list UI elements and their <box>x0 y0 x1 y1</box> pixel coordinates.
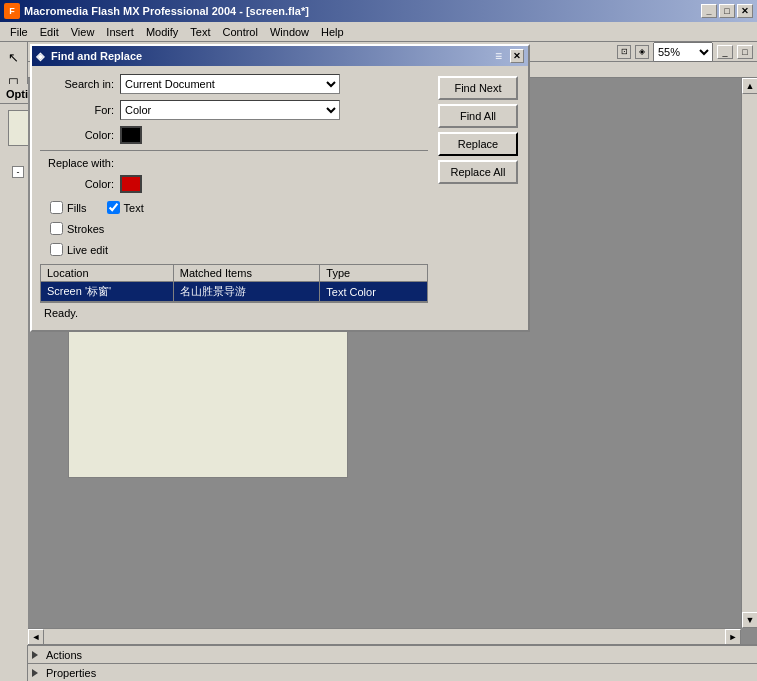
main-window: F Macromedia Flash MX Professional 2004 … <box>0 0 757 681</box>
col-location: Location <box>41 265 174 282</box>
for-row: For: Color <box>40 100 428 120</box>
row1-matched: 名山胜景导游 <box>173 282 320 302</box>
menu-text[interactable]: Text <box>184 24 216 40</box>
dialog-title-icon: ◈ <box>36 50 44 62</box>
dialog-title: ◈ Find and Replace <box>36 50 142 63</box>
replace-with-label-row: Replace with: <box>40 157 428 169</box>
menu-file[interactable]: File <box>4 24 34 40</box>
app-icon: F <box>4 3 20 19</box>
search-in-row: Search in: Current Document <box>40 74 428 94</box>
actions-triangle-icon <box>32 651 38 659</box>
window-title: Macromedia Flash MX Professional 2004 - … <box>24 5 309 17</box>
checkboxes-row-3: Live edit <box>50 243 428 256</box>
find-next-button[interactable]: Find Next <box>438 76 518 100</box>
menu-view[interactable]: View <box>65 24 101 40</box>
checkboxes-row-1: Fills Text <box>50 201 428 214</box>
dialog-buttons: Find Next Find All Replace Replace All <box>438 76 518 184</box>
replace-section: Replace with: Color: <box>40 157 428 193</box>
title-bar-buttons: _ □ ✕ <box>701 4 753 18</box>
bottom-panels: Actions Properties <box>28 644 757 681</box>
replace-color-row: Color: <box>40 175 428 193</box>
replace-button[interactable]: Replace <box>438 132 518 156</box>
liveedit-checkbox-item: Live edit <box>50 243 108 256</box>
title-bar-left: F Macromedia Flash MX Professional 2004 … <box>4 3 309 19</box>
fills-checkbox-item: Fills <box>50 201 87 214</box>
fills-label: Fills <box>67 202 87 214</box>
maximize-button[interactable]: □ <box>719 4 735 18</box>
zoom-select[interactable]: 55% 100% 200% <box>653 42 713 62</box>
canvas-icon-2[interactable]: ◈ <box>635 45 649 59</box>
properties-label: Properties <box>46 667 96 679</box>
properties-triangle-icon <box>32 669 38 677</box>
status-text: Ready. <box>44 307 78 319</box>
liveedit-label: Live edit <box>67 244 108 256</box>
dialog-close-button[interactable]: ✕ <box>510 49 524 63</box>
minimize-button[interactable]: _ <box>701 4 717 18</box>
row1-type: Text Color <box>320 282 428 302</box>
menu-edit[interactable]: Edit <box>34 24 65 40</box>
replace-color-label: Color: <box>40 178 120 190</box>
canvas-scroll-up[interactable]: ▲ <box>742 78 757 94</box>
search-in-select[interactable]: Current Document <box>120 74 340 94</box>
canvas-window-buttons: ⊡ ◈ 55% 100% 200% _ □ <box>617 42 753 62</box>
text-label: Text <box>124 202 144 214</box>
tool-arrow[interactable]: ↖ <box>3 46 25 68</box>
replace-with-label: Replace with: <box>40 157 120 169</box>
menu-control[interactable]: Control <box>216 24 263 40</box>
actions-label: Actions <box>46 649 82 661</box>
strokes-checkbox-item: Strokes <box>50 222 104 235</box>
text-checkbox-item: Text <box>107 201 144 214</box>
canvas-maximize-btn[interactable]: □ <box>737 45 753 59</box>
for-label: For: <box>40 104 120 116</box>
col-type: Type <box>320 265 428 282</box>
liveedit-checkbox[interactable] <box>50 243 63 256</box>
canvas-scroll-down[interactable]: ▼ <box>742 612 757 628</box>
canvas-scrollbar-h[interactable]: ◄ ► <box>28 628 741 644</box>
checkboxes-row-2: Strokes <box>50 222 428 235</box>
text-checkbox[interactable] <box>107 201 120 214</box>
menu-modify[interactable]: Modify <box>140 24 184 40</box>
title-bar: F Macromedia Flash MX Professional 2004 … <box>0 0 757 22</box>
menu-window[interactable]: Window <box>264 24 315 40</box>
search-color-swatch[interactable] <box>120 126 142 144</box>
find-all-button[interactable]: Find All <box>438 104 518 128</box>
replace-color-swatch[interactable] <box>120 175 142 193</box>
color-row: Color: <box>40 126 428 144</box>
actions-panel-row[interactable]: Actions <box>28 645 757 663</box>
menu-bar: File Edit View Insert Modify Text Contro… <box>0 22 757 42</box>
canvas-minimize-btn[interactable]: _ <box>717 45 733 59</box>
close-button[interactable]: ✕ <box>737 4 753 18</box>
properties-panel-row[interactable]: Properties <box>28 663 757 681</box>
results-table: Location Matched Items Type Screen '标窗' … <box>40 264 428 302</box>
canvas-icon-1[interactable]: ⊡ <box>617 45 631 59</box>
dialog-menu-icon[interactable]: ≡ <box>495 49 502 63</box>
search-in-label: Search in: <box>40 78 120 90</box>
fills-checkbox[interactable] <box>50 201 63 214</box>
canvas-scroll-right[interactable]: ► <box>725 629 741 644</box>
divider-1 <box>40 150 428 151</box>
row1-location: Screen '标窗' <box>41 282 174 302</box>
find-replace-dialog: ◈ Find and Replace ≡ ✕ Search in: Curren… <box>30 44 530 332</box>
strokes-checkbox[interactable] <box>50 222 63 235</box>
menu-insert[interactable]: Insert <box>100 24 140 40</box>
dialog-title-bar: ◈ Find and Replace ≡ ✕ <box>32 46 528 66</box>
col-matched: Matched Items <box>173 265 320 282</box>
dialog-status-bar: Ready. <box>40 302 428 322</box>
for-select[interactable]: Color <box>120 100 340 120</box>
color-label: Color: <box>40 129 120 141</box>
table-row-1[interactable]: Screen '标窗' 名山胜景导游 Text Color <box>41 282 428 302</box>
canvas-scrollbar-v[interactable]: ▲ ▼ <box>741 78 757 628</box>
strokes-label: Strokes <box>67 223 104 235</box>
expand-btn-2[interactable]: - <box>12 166 24 178</box>
menu-help[interactable]: Help <box>315 24 350 40</box>
replace-all-button[interactable]: Replace All <box>438 160 518 184</box>
canvas-scroll-left[interactable]: ◄ <box>28 629 44 644</box>
